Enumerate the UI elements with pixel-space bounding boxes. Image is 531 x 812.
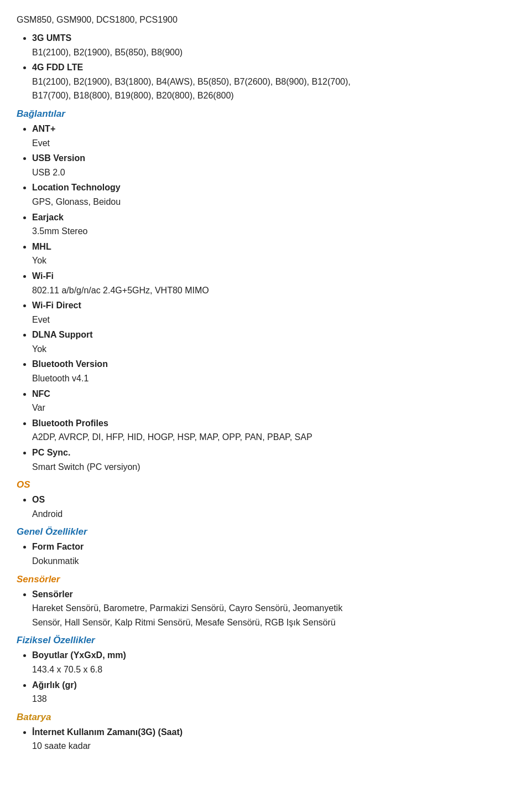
location-label: Location Technology	[32, 183, 121, 192]
sensor-item: Sensörler Hareket Sensörü, Barometre, Pa…	[32, 587, 514, 630]
wifi-value: 802.11 a/b/g/n/ac 2.4G+5GHz, VHT80 MIMO	[32, 286, 209, 295]
internet-label: İnternet Kullanım Zamanı(3G) (Saat)	[32, 727, 183, 737]
fiziksel-list: Boyutlar (YxGxD, mm) 143.4 x 70.5 x 6.8 …	[17, 648, 514, 706]
bluetooth-version-label: Bluetooth Version	[32, 359, 108, 369]
os-item: OS Android	[32, 493, 514, 521]
formfactor-label: Form Factor	[32, 542, 84, 551]
internet-value: 10 saate kadar	[32, 741, 91, 751]
boyutlar-value: 143.4 x 70.5 x 6.8	[32, 665, 102, 674]
dlna-label: DLNA Support	[32, 330, 93, 339]
sensor-value-line2: Sensör, Hall Sensör, Kalp Ritmi Sensörü,…	[32, 618, 336, 627]
nfc-value: Var	[32, 403, 45, 412]
mhl-value: Yok	[32, 256, 46, 265]
3g-value: B1(2100), B2(1900), B5(850), B8(900)	[32, 48, 183, 57]
wifi-label: Wi-Fi	[32, 271, 54, 281]
boyutlar-item: Boyutlar (YxGxD, mm) 143.4 x 70.5 x 6.8	[32, 648, 514, 676]
btprofiles-label: Bluetooth Profiles	[32, 418, 108, 428]
ant-label: ANT+	[32, 124, 55, 133]
baglanti-list: ANT+ Evet USB Version USB 2.0 Location T…	[17, 122, 514, 474]
usb-value: USB 2.0	[32, 168, 65, 177]
ant-item: ANT+ Evet	[32, 122, 514, 150]
agirlik-label: Ağırlık (gr)	[32, 680, 77, 690]
wifidirect-value: Evet	[32, 315, 50, 324]
3g-item: 3G UMTS B1(2100), B2(1900), B5(850), B8(…	[32, 31, 514, 59]
wifidirect-item: Wi-Fi Direct Evet	[32, 298, 514, 327]
os-list: OS Android	[17, 493, 514, 521]
mhl-label: MHL	[32, 242, 51, 251]
os-section-heading: OS	[17, 479, 514, 490]
btprofiles-value: A2DP, AVRCP, DI, HFP, HID, HOGP, HSP, MA…	[32, 432, 313, 442]
batarya-section-heading: Batarya	[17, 712, 514, 723]
dlna-item: DLNA Support Yok	[32, 328, 514, 356]
boyutlar-label: Boyutlar (YxGxD, mm)	[32, 650, 126, 660]
sensor-section-heading: Sensörler	[17, 574, 514, 585]
usb-item: USB Version USB 2.0	[32, 151, 514, 179]
pcsync-label: PC Sync.	[32, 448, 70, 457]
formfactor-value: Dokunmatik	[32, 556, 79, 566]
bluetooth-version-item: Bluetooth Version Bluetooth v4.1	[32, 357, 514, 385]
agirlik-value: 138	[32, 694, 47, 704]
dlna-value: Yok	[32, 344, 46, 354]
earjack-label: Earjack	[32, 213, 64, 222]
earjack-value: 3.5mm Stereo	[32, 226, 87, 236]
location-value: GPS, Glonass, Beidou	[32, 197, 121, 206]
mhl-item: MHL Yok	[32, 240, 514, 268]
pcsync-item: PC Sync. Smart Switch (PC versiyon)	[32, 446, 514, 474]
usb-label: USB Version	[32, 153, 85, 163]
sensor-list: Sensörler Hareket Sensörü, Barometre, Pa…	[17, 587, 514, 630]
os-value: Android	[32, 509, 63, 519]
sensor-value-line1: Hareket Sensörü, Barometre, Parmakizi Se…	[32, 603, 342, 613]
4g-item: 4G FDD LTE B1(2100), B2(1900), B3(1800),…	[32, 60, 514, 103]
pcsync-value: Smart Switch (PC versiyon)	[32, 462, 140, 472]
baglanti-section-heading: Bağlantılar	[17, 108, 514, 120]
genel-list: Form Factor Dokunmatik	[17, 540, 514, 568]
nfc-label: NFC	[32, 389, 50, 399]
formfactor-item: Form Factor Dokunmatik	[32, 540, 514, 568]
nfc-item: NFC Var	[32, 387, 514, 415]
3g-label: 3G UMTS	[32, 33, 71, 43]
agirlik-item: Ağırlık (gr) 138	[32, 678, 514, 706]
earjack-item: Earjack 3.5mm Stereo	[32, 210, 514, 239]
btprofiles-item: Bluetooth Profiles A2DP, AVRCP, DI, HFP,…	[32, 416, 514, 444]
location-item: Location Technology GPS, Glonass, Beidou	[32, 180, 514, 209]
bluetooth-version-value: Bluetooth v4.1	[32, 374, 88, 383]
ant-value: Evet	[32, 138, 50, 148]
4g-value-line2: B17(700), B18(800), B19(800), B20(800), …	[32, 91, 234, 100]
4g-label: 4G FDD LTE	[32, 63, 83, 72]
fiziksel-section-heading: Fiziksel Özellikler	[17, 635, 514, 646]
wifi-item: Wi-Fi 802.11 a/b/g/n/ac 2.4G+5GHz, VHT80…	[32, 269, 514, 297]
batarya-list: İnternet Kullanım Zamanı(3G) (Saat) 10 s…	[17, 725, 514, 753]
sensor-label: Sensörler	[32, 589, 73, 599]
os-label: OS	[32, 495, 45, 504]
wifidirect-label: Wi-Fi Direct	[32, 301, 81, 310]
genel-section-heading: Genel Özellikler	[17, 526, 514, 537]
internet-item: İnternet Kullanım Zamanı(3G) (Saat) 10 s…	[32, 725, 514, 753]
gsm-line: GSM850, GSM900, DCS1800, PCS1900	[17, 13, 514, 27]
network-list: 3G UMTS B1(2100), B2(1900), B5(850), B8(…	[17, 31, 514, 103]
main-content: GSM850, GSM900, DCS1800, PCS1900 3G UMTS…	[17, 13, 514, 753]
4g-value-line1: B1(2100), B2(1900), B3(1800), B4(AWS), B…	[32, 77, 351, 86]
